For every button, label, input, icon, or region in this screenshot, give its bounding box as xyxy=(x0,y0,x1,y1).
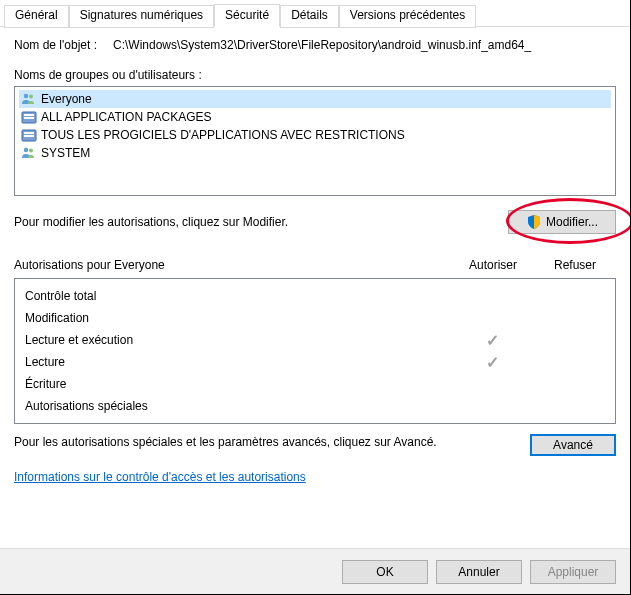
permission-row: Modification xyxy=(15,307,615,329)
groups-label: Noms de groupes ou d'utilisateurs : xyxy=(14,68,616,82)
permissions-col-deny: Refuser xyxy=(534,258,616,272)
tab-details[interactable]: Détails xyxy=(280,5,339,28)
list-item-label: ALL APPLICATION PACKAGES xyxy=(41,110,212,124)
groups-listbox[interactable]: EveryoneALL APPLICATION PACKAGESTOUS LES… xyxy=(14,86,616,196)
modify-button-label: Modifier... xyxy=(546,215,598,229)
svg-point-1 xyxy=(29,95,33,99)
permission-name: Lecture et exécution xyxy=(15,333,451,347)
permission-allow-check: ✓ xyxy=(451,331,533,350)
permission-name: Lecture xyxy=(15,355,451,369)
list-item[interactable]: ALL APPLICATION PACKAGES xyxy=(19,108,611,126)
modify-button[interactable]: Modifier... xyxy=(508,210,616,234)
list-item-label: SYSTEM xyxy=(41,146,90,160)
dialog-footer: OK Annuler Appliquer xyxy=(0,548,630,594)
help-link[interactable]: Informations sur le contrôle d'accès et … xyxy=(14,470,306,484)
svg-rect-4 xyxy=(24,117,34,119)
permission-row: Contrôle total xyxy=(15,285,615,307)
list-item[interactable]: Everyone xyxy=(19,90,611,108)
package-icon xyxy=(21,127,37,143)
svg-rect-3 xyxy=(24,114,34,116)
svg-point-0 xyxy=(24,94,28,98)
object-name-label: Nom de l'objet : xyxy=(14,38,97,52)
permissions-col-allow: Autoriser xyxy=(452,258,534,272)
cancel-button[interactable]: Annuler xyxy=(436,560,522,584)
users-icon xyxy=(21,145,37,161)
permission-name: Autorisations spéciales xyxy=(15,399,451,413)
permission-name: Contrôle total xyxy=(15,289,451,303)
list-item[interactable]: TOUS LES PROGICIELS D'APPLICATIONS AVEC … xyxy=(19,126,611,144)
list-item-label: TOUS LES PROGICIELS D'APPLICATIONS AVEC … xyxy=(41,128,405,142)
tab-general[interactable]: Général xyxy=(4,5,69,28)
list-item-label: Everyone xyxy=(41,92,92,106)
permission-allow-check: ✓ xyxy=(451,353,533,372)
shield-icon xyxy=(526,214,542,230)
advanced-button[interactable]: Avancé xyxy=(530,434,616,456)
users-icon xyxy=(21,91,37,107)
permissions-title: Autorisations pour Everyone xyxy=(14,258,452,272)
permission-row: Lecture✓ xyxy=(15,351,615,373)
permissions-list: Contrôle totalModificationLecture et exé… xyxy=(14,278,616,424)
tab-bar: Général Signatures numériques Sécurité D… xyxy=(0,1,630,27)
permission-row: Autorisations spéciales xyxy=(15,395,615,417)
permission-row: Écriture xyxy=(15,373,615,395)
object-name-value: C:\Windows\System32\DriverStore\FileRepo… xyxy=(113,38,616,52)
permission-name: Modification xyxy=(15,311,451,325)
permission-name: Écriture xyxy=(15,377,451,391)
permission-row: Lecture et exécution✓ xyxy=(15,329,615,351)
svg-point-8 xyxy=(24,148,28,152)
svg-rect-7 xyxy=(24,135,34,137)
modify-hint: Pour modifier les autorisations, cliquez… xyxy=(14,215,288,229)
advanced-hint: Pour les autorisations spéciales et les … xyxy=(14,434,530,450)
tab-signatures[interactable]: Signatures numériques xyxy=(69,5,214,28)
list-item[interactable]: SYSTEM xyxy=(19,144,611,162)
package-icon xyxy=(21,109,37,125)
apply-button[interactable]: Appliquer xyxy=(530,560,616,584)
object-name-row: Nom de l'objet : C:\Windows\System32\Dri… xyxy=(14,38,616,52)
svg-rect-6 xyxy=(24,132,34,134)
svg-point-9 xyxy=(29,149,33,153)
tab-security[interactable]: Sécurité xyxy=(214,4,280,27)
ok-button[interactable]: OK xyxy=(342,560,428,584)
tab-previous[interactable]: Versions précédentes xyxy=(339,5,476,28)
